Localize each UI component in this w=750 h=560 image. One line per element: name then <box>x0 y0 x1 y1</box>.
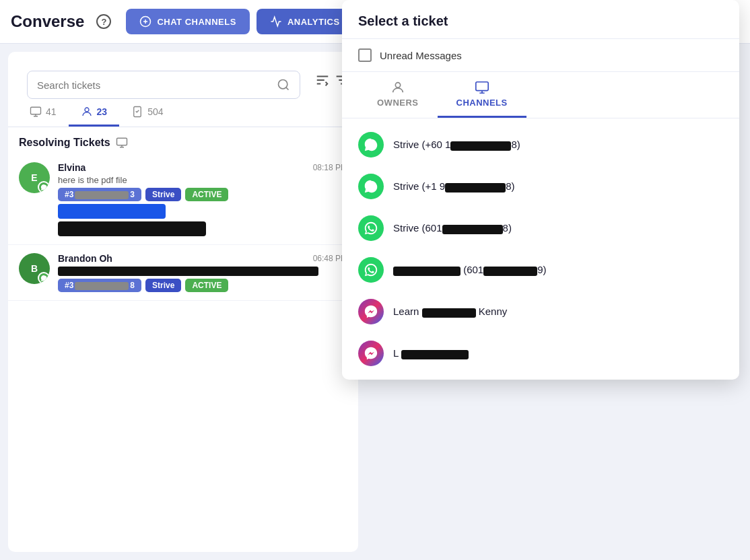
ticket-name: Elvina <box>58 162 86 173</box>
section-icon <box>116 137 128 149</box>
channel-item[interactable]: Strive (6018) <box>342 207 739 249</box>
svg-rect-17 <box>116 138 127 145</box>
tag-status: ACTIVE <box>185 188 228 201</box>
ticket-tags: #38 Strive ACTIVE <box>58 279 347 292</box>
tab-owners[interactable]: OWNERS <box>358 72 438 118</box>
channel-item[interactable]: L <box>342 332 739 374</box>
svg-point-15 <box>85 108 89 112</box>
ticket-name: Brandon Oh <box>58 253 112 264</box>
business-icon <box>358 257 384 283</box>
analytics-button[interactable]: ANALYTICS <box>257 9 353 34</box>
tab-channels[interactable]: CHANNELS <box>438 72 526 118</box>
whatsapp-icon <box>358 132 384 158</box>
whatsapp-icon <box>358 174 384 199</box>
left-panel: 41 23 504 Resolving Tickets E <box>8 52 358 552</box>
channel-name: L <box>393 347 469 359</box>
ticket-item[interactable]: B Brandon Oh 06:48 PM #38 Strive ACTIVE <box>8 245 358 301</box>
messenger-icon <box>358 341 384 366</box>
redacted-bar-1 <box>58 204 166 219</box>
app-title: Converse <box>11 12 84 31</box>
channel-name: Strive (+60 18) <box>393 139 520 150</box>
panel-title: Select a ticket <box>358 13 723 29</box>
sort-icon[interactable] <box>315 73 330 88</box>
whatsapp-badge <box>38 181 50 193</box>
channel-name: Strive (6018) <box>393 222 512 234</box>
analytics-icon <box>270 15 282 28</box>
tag-id: #38 <box>58 279 141 292</box>
ticket-message: here is the pdf file <box>58 175 347 185</box>
redacted-bar-2 <box>58 221 206 236</box>
panel-header: Select a ticket <box>342 0 739 39</box>
channel-item[interactable]: (6019) <box>342 249 739 291</box>
tag-channel: Strive <box>145 188 181 201</box>
plus-icon <box>139 15 151 28</box>
channel-list: Strive (+60 18) Strive (+1 98) Strive (6… <box>342 118 739 380</box>
svg-line-5 <box>286 88 289 90</box>
ticket-item[interactable]: E Elvina 08:18 PM here is the pdf file #… <box>8 154 358 245</box>
channel-name: (6019) <box>393 264 547 275</box>
filter-tabs: OWNERS CHANNELS <box>342 72 739 118</box>
avatar: E <box>19 162 50 193</box>
ticket-content: Brandon Oh 06:48 PM #38 Strive ACTIVE <box>58 253 347 292</box>
owners-icon <box>390 80 405 95</box>
chat-channels-button[interactable]: CHAT CHANNELS <box>126 9 249 34</box>
messenger-icon <box>358 299 384 324</box>
svg-point-4 <box>279 80 287 89</box>
svg-rect-21 <box>475 82 487 91</box>
help-icon[interactable]: ? <box>96 14 111 29</box>
tag-status: ACTIVE <box>185 279 228 292</box>
tag-id: #33 <box>58 188 141 201</box>
channel-item[interactable]: Learn Kenny <box>342 291 739 332</box>
channel-name: Strive (+1 98) <box>393 180 514 192</box>
svg-rect-12 <box>31 107 41 114</box>
unread-checkbox[interactable] <box>358 48 372 62</box>
business-icon <box>358 215 384 241</box>
unread-label: Unread Messages <box>380 50 462 61</box>
ticket-list: E Elvina 08:18 PM here is the pdf file #… <box>8 154 358 552</box>
tag-channel: Strive <box>145 279 181 292</box>
tab-all[interactable]: 41 <box>18 99 69 127</box>
ticket-content: Elvina 08:18 PM here is the pdf file #33… <box>58 162 347 236</box>
search-icon <box>277 78 290 92</box>
avatar: B <box>19 253 50 284</box>
channels-icon <box>475 80 489 95</box>
search-bar[interactable] <box>27 71 300 99</box>
section-title: Resolving Tickets <box>8 127 358 154</box>
redacted-message <box>58 267 318 276</box>
select-ticket-panel: Select a ticket Unread Messages OWNERS C… <box>342 0 739 380</box>
ticket-tags: #33 Strive ACTIVE <box>58 188 347 201</box>
channel-item[interactable]: Strive (+1 98) <box>342 166 739 207</box>
channel-item[interactable]: Strive (+60 18) <box>342 124 739 166</box>
main-content: 41 23 504 Resolving Tickets E <box>0 44 750 560</box>
tab-assigned[interactable]: 23 <box>69 99 120 127</box>
whatsapp-badge <box>38 272 50 284</box>
tab-resolved[interactable]: 504 <box>119 99 175 127</box>
search-input[interactable] <box>37 79 277 91</box>
ticket-tabs: 41 23 504 <box>8 99 358 127</box>
svg-point-20 <box>395 83 400 88</box>
channel-name: Learn Kenny <box>393 306 507 317</box>
unread-row: Unread Messages <box>342 39 739 72</box>
